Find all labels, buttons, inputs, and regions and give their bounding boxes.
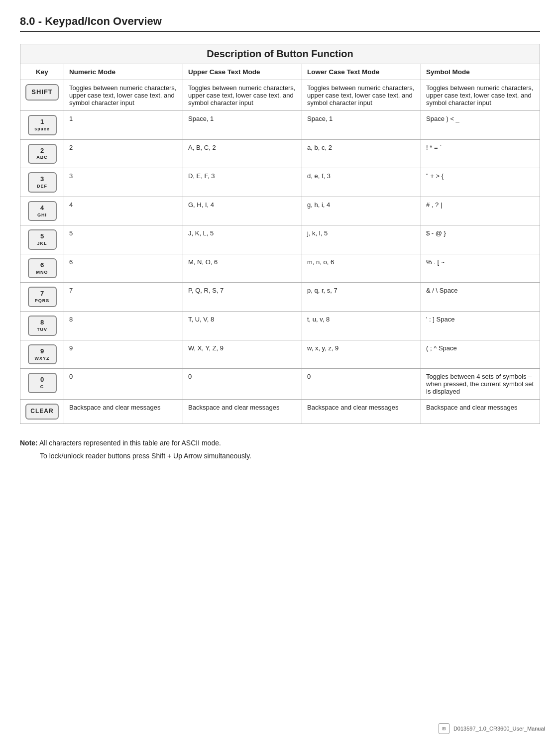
table-row-2-numeric: 2 <box>64 139 183 168</box>
table-row-key-4: 4GHI <box>20 197 64 225</box>
table-row-4-numeric: 4 <box>64 197 183 225</box>
table-row-key-0: SHIFT <box>20 80 64 111</box>
table-row-5-lower: j, k, l, 5 <box>302 225 421 254</box>
table-row-11-upper: Backspace and clear messages <box>183 400 302 424</box>
col-header-lower: Lower Case Text Mode <box>302 64 421 80</box>
table-row-6-upper: M, N, O, 6 <box>183 254 302 283</box>
table-row-key-8: 8TUV <box>20 312 64 340</box>
table-row-5-numeric: 5 <box>64 225 183 254</box>
table-main-header: Description of Button Function <box>20 44 540 64</box>
table-row-key-6: 6MNO <box>20 254 64 283</box>
table-row-6-numeric: 6 <box>64 254 183 283</box>
table-row-11-numeric: Backspace and clear messages <box>64 400 183 424</box>
table-row-1-upper: Space, 1 <box>183 111 302 140</box>
col-header-key: Key <box>20 64 64 80</box>
table-row-9-lower: w, x, y, z, 9 <box>302 340 421 369</box>
num-key-btn-5[interactable]: 5JKL <box>28 229 57 250</box>
table-row-6-symbol: % . [ ~ <box>421 254 540 283</box>
table-row-6-lower: m, n, o, 6 <box>302 254 421 283</box>
table-row-9-symbol: ( ; ^ Space <box>421 340 540 369</box>
num-key-btn-8[interactable]: 8TUV <box>28 316 57 336</box>
table-row-4-upper: G, H, I, 4 <box>183 197 302 225</box>
table-row-key-3: 3DEF <box>20 168 64 197</box>
table-row-2-lower: a, b, c, 2 <box>302 139 421 168</box>
table-row-1-lower: Space, 1 <box>302 111 421 140</box>
table-row-0-symbol: Toggles between numeric characters, uppe… <box>421 80 540 111</box>
col-header-upper: Upper Case Text Mode <box>183 64 302 80</box>
clear-key-btn[interactable]: CLEAR <box>25 404 58 420</box>
table-row-9-numeric: 9 <box>64 340 183 369</box>
table-row-10-lower: 0 <box>302 369 421 400</box>
note-indent: To lock/unlock reader buttons press Shif… <box>40 452 540 460</box>
note-section: Note: All characters represented in this… <box>20 439 540 460</box>
table-row-8-upper: T, U, V, 8 <box>183 312 302 340</box>
footer-text: D013597_1.0_CR3600_User_Manual <box>453 726 545 732</box>
table-row-2-symbol: ! * = ` <box>421 139 540 168</box>
table-row-8-symbol: ' : ] Space <box>421 312 540 340</box>
shift-key-btn[interactable]: SHIFT <box>25 84 59 101</box>
num-key-btn-9[interactable]: 9WXYZ <box>28 344 57 365</box>
table-row-7-numeric: 7 <box>64 283 183 312</box>
num-key-btn-6[interactable]: 6MNO <box>28 258 57 279</box>
note-text: All characters represented in this table… <box>38 439 221 447</box>
table-row-11-lower: Backspace and clear messages <box>302 400 421 424</box>
note-label: Note: <box>20 439 38 447</box>
note-line1: Note: All characters represented in this… <box>20 439 540 447</box>
table-row-1-symbol: Space ) < _ <box>421 111 540 140</box>
table-row-10-symbol: Toggles between 4 sets of symbols – when… <box>421 369 540 400</box>
footer: ⊞ D013597_1.0_CR3600_User_Manual <box>439 723 545 734</box>
table-row-2-upper: A, B, C, 2 <box>183 139 302 168</box>
table-row-8-lower: t, u, v, 8 <box>302 312 421 340</box>
table-row-5-symbol: $ - @ } <box>421 225 540 254</box>
table-row-3-symbol: " + > { <box>421 168 540 197</box>
num-key-btn-0[interactable]: 0C <box>28 373 57 393</box>
num-key-btn-4[interactable]: 4GHI <box>28 201 57 221</box>
table-row-0-numeric: Toggles between numeric characters, uppe… <box>64 80 183 111</box>
table-row-key-10: 0C <box>20 369 64 400</box>
table-row-4-lower: g, h, i, 4 <box>302 197 421 225</box>
table-row-3-upper: D, E, F, 3 <box>183 168 302 197</box>
num-key-btn-3[interactable]: 3DEF <box>28 172 57 193</box>
table-row-key-11: CLEAR <box>20 400 64 424</box>
table-row-10-numeric: 0 <box>64 369 183 400</box>
table-row-7-upper: P, Q, R, S, 7 <box>183 283 302 312</box>
table-row-5-upper: J, K, L, 5 <box>183 225 302 254</box>
col-header-symbol: Symbol Mode <box>421 64 540 80</box>
table-row-4-symbol: # , ? | <box>421 197 540 225</box>
table-row-key-5: 5JKL <box>20 225 64 254</box>
table-row-0-upper: Toggles between numeric characters, uppe… <box>183 80 302 111</box>
table-row-8-numeric: 8 <box>64 312 183 340</box>
table-row-7-lower: p, q, r, s, 7 <box>302 283 421 312</box>
table-row-key-2: 2ABC <box>20 139 64 168</box>
table-row-key-7: 7PQRS <box>20 283 64 312</box>
col-header-numeric: Numeric Mode <box>64 64 183 80</box>
table-row-1-numeric: 1 <box>64 111 183 140</box>
table-row-11-symbol: Backspace and clear messages <box>421 400 540 424</box>
table-row-0-lower: Toggles between numeric characters, uppe… <box>302 80 421 111</box>
table-row-7-symbol: & / \ Space <box>421 283 540 312</box>
num-key-btn-2[interactable]: 2ABC <box>28 144 57 164</box>
footer-icon: ⊞ <box>439 723 449 734</box>
num-key-btn-7[interactable]: 7PQRS <box>28 287 57 307</box>
table-row-9-upper: W, X, Y, Z, 9 <box>183 340 302 369</box>
table-row-10-upper: 0 <box>183 369 302 400</box>
table-row-3-lower: d, e, f, 3 <box>302 168 421 197</box>
table-row-3-numeric: 3 <box>64 168 183 197</box>
main-table: Description of Button Function Key Numer… <box>20 44 540 424</box>
table-row-key-1: 1space <box>20 111 64 140</box>
table-row-key-9: 9WXYZ <box>20 340 64 369</box>
num-key-btn-1[interactable]: 1space <box>28 115 57 135</box>
page-title: 8.0 - Keypad/Icon Overview <box>20 15 540 32</box>
